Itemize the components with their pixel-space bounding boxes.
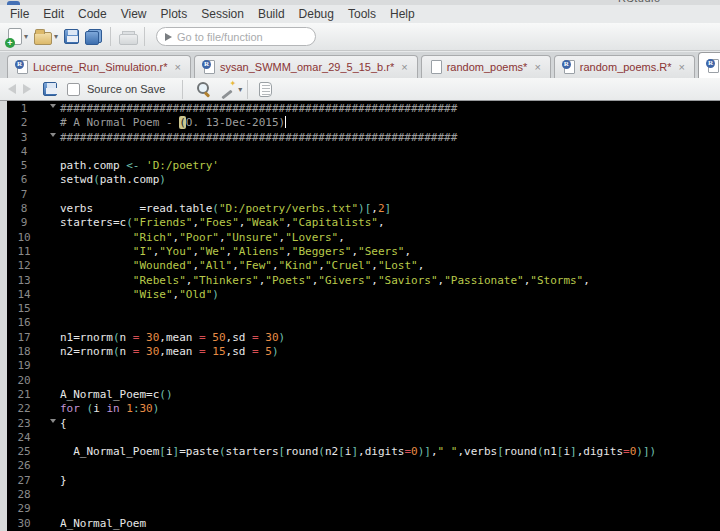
code-line[interactable]: 29 (7, 502, 720, 516)
tab-label: random_poems.R* (580, 61, 672, 73)
chevron-down-icon: ▾ (54, 32, 58, 41)
compile-notebook-icon[interactable] (259, 82, 272, 97)
save-button[interactable] (61, 27, 82, 46)
code-line[interactable]: 13 "Rebels","Thinkers","Poets","Givers",… (7, 274, 720, 288)
source-on-save-checkbox[interactable] (67, 83, 80, 96)
code-line[interactable]: 20 (7, 374, 720, 388)
code-line[interactable]: 16 (7, 316, 720, 330)
line-number: 17 (7, 331, 60, 345)
code-text: verbs =read.table("D:/poetry/verbs.txt")… (60, 202, 720, 216)
menu-edit[interactable]: Edit (36, 6, 71, 23)
code-line[interactable]: 24 (7, 431, 720, 445)
code-line[interactable]: 10 "Rich","Poor","Unsure","Lovers", (7, 231, 720, 245)
line-number: 13 (7, 274, 60, 288)
search-icon[interactable] (196, 81, 212, 97)
menu-build[interactable]: Build (251, 6, 292, 23)
code-line[interactable]: 21A_Normal_Poem=c() (7, 388, 720, 402)
code-text: ########################################… (60, 102, 720, 116)
line-number: 8 (7, 202, 60, 216)
r-file-icon (204, 60, 215, 74)
line-number: 22 (7, 402, 60, 416)
code-text: # A Normal Poem - (O. 13-Dec-2015) (60, 116, 720, 130)
code-line[interactable]: 15 (7, 302, 720, 316)
line-number: 24 (7, 431, 60, 445)
tab-a-normal-poem-r-[interactable]: A_Normal_Poem.R*× (698, 52, 720, 78)
code-line[interactable]: 12 "Wounded","All","Few","Kind","Cruel",… (7, 259, 720, 273)
code-line[interactable]: 8verbs =read.table("D:/poetry/verbs.txt"… (7, 202, 720, 216)
tab-label: sysan_SWMM_omar_29_5_15_b.r* (220, 61, 394, 73)
tab-random-poems-r-[interactable]: random_poems.R*× (554, 55, 695, 78)
code-line[interactable]: 5path.comp <- 'D:/poetry' (7, 159, 720, 173)
code-text: path.comp <- 'D:/poetry' (60, 159, 720, 173)
code-line[interactable]: 17n1=rnorm(n = 30,mean = 50,sd = 30) (7, 331, 720, 345)
menu-view[interactable]: View (114, 6, 154, 23)
close-icon[interactable]: × (401, 61, 407, 73)
tab-lucerne-run-simulation-r-[interactable]: Lucerne_Run_Simulation.r*× (7, 55, 191, 78)
line-number: 3 (7, 131, 60, 145)
line-number: 26 (7, 459, 60, 473)
code-line[interactable]: 30A_Normal_Poem (7, 517, 720, 531)
code-line[interactable]: 2# A Normal Poem - (O. 13-Dec-2015) (7, 116, 720, 130)
new-file-button[interactable]: ▾ (5, 26, 31, 47)
open-folder-icon (34, 32, 52, 45)
menu-session[interactable]: Session (194, 6, 251, 23)
code-line[interactable]: 26 (7, 459, 720, 473)
code-line[interactable]: 22for (i in 1:30) (7, 402, 720, 416)
fold-arrow-icon[interactable] (50, 104, 56, 108)
code-line[interactable]: 28 (7, 488, 720, 502)
close-icon[interactable]: × (175, 61, 181, 73)
open-file-button[interactable]: ▾ (31, 27, 61, 47)
code-line[interactable]: 14 "Wise","Old") (7, 288, 720, 302)
tab-random-poems-[interactable]: random_poems*× (421, 55, 551, 78)
new-file-icon (8, 28, 22, 45)
code-line[interactable]: 3#######################################… (7, 131, 720, 145)
code-text: "Wise","Old") (60, 288, 720, 302)
code-text: n2=rnorm(n = 30,mean = 15,sd = 5) (60, 345, 720, 359)
print-button[interactable] (116, 27, 139, 47)
close-icon[interactable]: × (679, 61, 685, 73)
line-number: 18 (7, 345, 60, 359)
save-all-button[interactable] (82, 27, 105, 47)
menu-tools[interactable]: Tools (341, 6, 383, 23)
menu-debug[interactable]: Debug (292, 6, 341, 23)
code-text: { (60, 417, 720, 431)
save-icon (64, 29, 79, 44)
fold-arrow-icon[interactable] (50, 133, 56, 137)
code-line[interactable]: 18n2=rnorm(n = 30,mean = 15,sd = 5) (7, 345, 720, 359)
r-file-icon (564, 60, 575, 74)
line-number: 14 (7, 288, 60, 302)
editor-toolbar: Source on Save ▾ (0, 78, 720, 101)
code-line[interactable]: 9starters=c("Friends","Foes","Weak","Cap… (7, 216, 720, 230)
line-number: 16 (7, 316, 60, 330)
code-line[interactable]: 11 "I","You","We","Aliens","Beggers","Se… (7, 245, 720, 259)
code-text: A_Normal_Poem=c() (60, 388, 720, 402)
toolbar-separator (182, 80, 183, 99)
code-line[interactable]: 7 (7, 188, 720, 202)
back-icon[interactable] (8, 84, 16, 94)
r-file-icon (708, 59, 719, 73)
code-text: n1=rnorm(n = 30,mean = 50,sd = 30) (60, 331, 720, 345)
line-number: 11 (7, 245, 60, 259)
code-line[interactable]: 1#######################################… (7, 102, 720, 116)
menu-help[interactable]: Help (383, 6, 422, 23)
close-icon[interactable]: × (534, 61, 540, 73)
forward-icon[interactable] (23, 84, 31, 94)
menu-plots[interactable]: Plots (154, 6, 195, 23)
code-line[interactable]: 19 (7, 359, 720, 373)
source-editor[interactable]: 1#######################################… (0, 101, 720, 531)
tab-sysan-swmm-omar-29-5-15-b-r-[interactable]: sysan_SWMM_omar_29_5_15_b.r*× (194, 55, 418, 78)
line-number: 4 (7, 145, 60, 159)
save-icon[interactable] (43, 82, 57, 96)
code-line[interactable]: 6setwd(path.comp) (7, 173, 720, 187)
code-text: "Wounded","All","Few","Kind","Cruel","Lo… (60, 259, 720, 273)
magic-wand-icon[interactable] (220, 81, 236, 97)
code-line[interactable]: 4 (7, 145, 720, 159)
goto-file-function-input[interactable]: Go to file/function (156, 27, 316, 46)
code-line[interactable]: 25 A_Normal_Poem[i]=paste(starters[round… (7, 445, 720, 459)
fold-arrow-icon[interactable] (50, 419, 56, 423)
menu-code[interactable]: Code (71, 6, 114, 23)
menu-file[interactable]: File (3, 6, 36, 23)
source-on-save-label: Source on Save (87, 83, 165, 95)
code-line[interactable]: 27} (7, 474, 720, 488)
code-line[interactable]: 23{ (7, 417, 720, 431)
